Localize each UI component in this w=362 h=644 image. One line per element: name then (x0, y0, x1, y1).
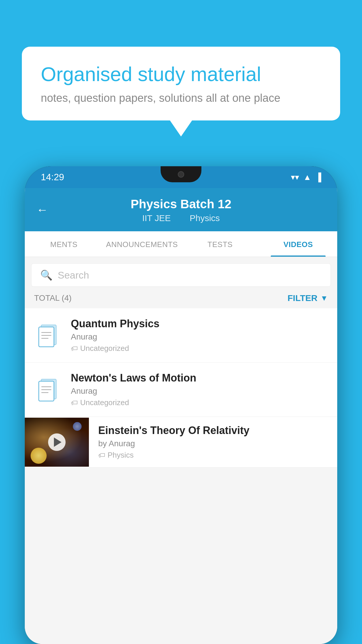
tag-icon: 🏷 (71, 344, 78, 353)
speech-bubble-subtitle: notes, question papers, solutions all at… (41, 92, 321, 104)
back-button[interactable]: ← (36, 203, 48, 216)
status-icons: ▾▾ ▲ ▐ (291, 172, 321, 182)
header-title: Physics Batch 12 (36, 197, 326, 211)
item-doc-icon (35, 375, 61, 404)
phone-screen: ← Physics Batch 12 IIT JEE Physics MENTS… (25, 188, 337, 644)
speech-bubble: Organised study material notes, question… (22, 47, 340, 120)
search-icon: 🔍 (40, 269, 52, 281)
svg-rect-1 (39, 327, 54, 347)
item-title: Quantum Physics (71, 318, 327, 330)
item-author: Anurag (71, 332, 327, 342)
signal-icon: ▲ (303, 173, 311, 182)
screen-content: 🔍 Search TOTAL (4) FILTER ▼ (25, 257, 337, 644)
status-bar: 14:29 ▾▾ ▲ ▐ (25, 166, 337, 188)
wifi-icon: ▾▾ (291, 172, 299, 182)
item-tag: 🏷 Uncategorized (71, 344, 327, 353)
notch (161, 166, 201, 182)
filter-label: FILTER (288, 293, 318, 303)
doc-icon-svg (38, 323, 59, 348)
tab-tests[interactable]: TESTS (181, 231, 259, 257)
header-subtitle-physics: Physics (190, 213, 220, 223)
search-bar[interactable]: 🔍 Search (31, 263, 331, 287)
svg-rect-6 (39, 381, 54, 401)
tag-icon: 🏷 (71, 399, 78, 407)
tab-ments[interactable]: MENTS (25, 231, 103, 257)
speech-bubble-title: Organised study material (41, 63, 321, 85)
tag-icon: 🏷 (98, 451, 105, 459)
item-author: Anurag (71, 386, 327, 396)
tag-label: Uncategorized (80, 344, 129, 353)
item-info: Quantum Physics Anurag 🏷 Uncategorized (71, 318, 327, 353)
item-tag: 🏷 Physics (98, 451, 327, 460)
app-header: ← Physics Batch 12 IIT JEE Physics (25, 188, 337, 231)
play-triangle (54, 438, 61, 447)
camera-dot (178, 171, 184, 178)
filter-icon: ▼ (320, 294, 328, 303)
tab-videos[interactable]: VIDEOS (259, 231, 337, 257)
phone-frame: 14:29 ▾▾ ▲ ▐ ← Physics Batch 12 IIT JEE … (25, 166, 337, 644)
item-doc-icon (35, 321, 61, 350)
list-item-thumb[interactable]: Einstein's Theory Of Relativity by Anura… (25, 417, 337, 468)
header-subtitle-iitjee: IIT JEE (142, 213, 171, 223)
list-item[interactable]: Newton's Laws of Motion Anurag 🏷 Uncateg… (25, 363, 337, 417)
filter-button[interactable]: FILTER ▼ (288, 293, 328, 303)
doc-icon-svg (38, 377, 59, 402)
battery-icon: ▐ (315, 173, 321, 182)
search-placeholder: Search (58, 270, 89, 281)
tab-announcements[interactable]: ANNOUNCEMENTS (103, 231, 181, 257)
tabs-bar: MENTS ANNOUNCEMENTS TESTS VIDEOS (25, 231, 337, 257)
item-tag: 🏷 Uncategorized (71, 398, 327, 407)
tag-label: Uncategorized (80, 398, 129, 407)
total-label: TOTAL (4) (34, 293, 72, 303)
list-item[interactable]: Quantum Physics Anurag 🏷 Uncategorized (25, 308, 337, 363)
item-title: Einstein's Theory Of Relativity (98, 424, 327, 437)
item-info: Newton's Laws of Motion Anurag 🏷 Uncateg… (71, 372, 327, 407)
tag-label: Physics (108, 451, 134, 460)
item-info: Einstein's Theory Of Relativity by Anura… (98, 417, 327, 467)
header-subtitle: IIT JEE Physics (36, 213, 326, 223)
item-title: Newton's Laws of Motion (71, 372, 327, 384)
header-subtitle-sep (179, 213, 184, 223)
item-author: by Anurag (98, 439, 327, 448)
video-thumbnail (25, 418, 89, 467)
filter-row: TOTAL (4) FILTER ▼ (25, 287, 337, 308)
status-time: 14:29 (41, 172, 64, 183)
play-button[interactable] (48, 433, 66, 451)
